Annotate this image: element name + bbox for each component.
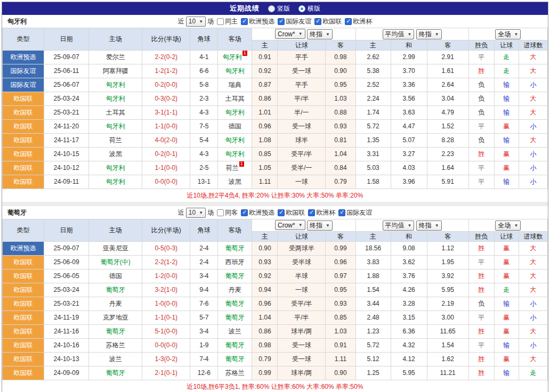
team-link[interactable]: 匈牙利 — [106, 123, 125, 130]
team-link[interactable]: 克罗地亚 — [103, 314, 128, 321]
competition-filter[interactable]: 欧国联 — [314, 17, 342, 26]
team-link[interactable]: 荷兰 — [109, 136, 122, 144]
handicap-result-cell: 输 — [494, 78, 519, 92]
layout-vertical-radio[interactable]: 竖版 — [268, 4, 290, 13]
score-cell[interactable]: 0-5(0-3) — [142, 242, 190, 256]
score-cell[interactable]: 0-2(0-0) — [142, 78, 190, 92]
team-link[interactable]: 丹麦 — [229, 286, 241, 293]
handicap-result-cell: 输 — [494, 92, 519, 106]
team-link[interactable]: 葡萄牙 — [225, 300, 245, 307]
layout-horizontal-label: 横版 — [308, 4, 320, 13]
team-link[interactable]: 土耳其 — [225, 95, 245, 102]
average-select[interactable]: 平均值▼ — [383, 220, 415, 231]
match-count-select[interactable]: 10▼ — [186, 17, 206, 27]
competition-filter[interactable]: 欧洲杯 — [345, 17, 372, 26]
score-cell[interactable]: 1-2(0-0) — [142, 270, 190, 283]
result-cell: 胜 — [468, 148, 494, 161]
handicap-result-cell: 输 — [494, 106, 519, 120]
team-link[interactable]: 波黑 — [229, 178, 241, 185]
team-link[interactable]: 匈牙利 — [225, 67, 245, 75]
team-link[interactable]: 葡萄牙 — [225, 244, 245, 252]
competition-filter[interactable]: 国际友谊 — [338, 208, 372, 217]
competition-filter-label: 欧洲预选 — [249, 208, 274, 217]
team-link[interactable]: 德国 — [109, 272, 122, 280]
team-link[interactable]: 爱尔兰 — [106, 53, 125, 61]
match-count-select[interactable]: 10▼ — [186, 208, 206, 218]
score-cell[interactable]: 1-3(0-2) — [142, 353, 190, 366]
team-link[interactable]: 葡萄牙 — [225, 355, 245, 363]
match-row: 欧国联 25-03-21 土耳其 3-1(1-1) 4-3 匈牙利 1.01 半… — [3, 106, 548, 120]
score-cell[interactable]: 2-2(0-2) — [142, 51, 190, 64]
score-cell[interactable]: 4-0(2-0) — [142, 134, 190, 148]
odds-selects-cell: Crow*▼ 终指▼ — [252, 219, 355, 232]
match-date: 25-09-07 — [44, 242, 89, 256]
competition-filter[interactable]: 欧国联 — [278, 208, 305, 217]
team-link[interactable]: 匈牙利 — [106, 178, 125, 185]
score-cell[interactable]: 1-1(0-1) — [142, 311, 190, 325]
odds-time-select[interactable]: 终指▼ — [307, 220, 333, 231]
bookmaker-select[interactable]: Crow*▼ — [275, 220, 305, 230]
layout-horizontal-radio[interactable]: 横版 — [298, 4, 320, 13]
score-cell[interactable]: 2-2(1-2) — [142, 256, 190, 270]
competition-filter[interactable]: 欧洲预选 — [241, 17, 274, 26]
team-link[interactable]: 葡萄牙 — [106, 328, 125, 335]
score-cell[interactable]: 1-0(0-0) — [142, 297, 190, 311]
competition-filter[interactable]: 欧洲预选 — [241, 208, 274, 217]
score-cell[interactable]: 0-0(0-0) — [142, 339, 190, 353]
average-time-select[interactable]: 终指▼ — [416, 220, 442, 231]
score-cell[interactable]: 0-3(0-2) — [142, 92, 190, 106]
competition-cell: 欧国联 — [3, 339, 44, 353]
competition-cell: 欧国联 — [3, 92, 44, 106]
score-cell[interactable]: 1-1(0-0) — [142, 120, 190, 134]
team-link[interactable]: 匈牙利 — [223, 53, 242, 61]
avg-away: 11.65 — [427, 325, 468, 339]
team-link[interactable]: 亚美尼亚 — [103, 244, 128, 252]
team-link[interactable]: 匈牙利 — [106, 95, 125, 102]
match-date: 24-11-20 — [44, 120, 89, 134]
scope-select[interactable]: 全场▼ — [495, 220, 521, 231]
average-time-select[interactable]: 终指▼ — [416, 29, 442, 39]
odds-time-select[interactable]: 终指▼ — [307, 29, 333, 39]
bookmaker-select[interactable]: Crow*▼ — [275, 29, 305, 39]
handicap-result-cell: 输 — [494, 366, 519, 380]
score-cell[interactable]: 3-2(1-0) — [142, 283, 190, 297]
team-link[interactable]: 波黑 — [109, 150, 122, 158]
team-link[interactable]: 葡萄牙 — [106, 369, 125, 377]
team-link[interactable]: 波兰 — [229, 328, 241, 335]
team-link[interactable]: 匈牙利 — [225, 109, 245, 116]
team-link[interactable]: 匈牙利 — [225, 150, 245, 158]
team-link[interactable]: 葡萄牙 — [106, 286, 125, 293]
average-select[interactable]: 平均值▼ — [383, 29, 415, 39]
team-link[interactable]: 匈牙利 — [225, 136, 245, 144]
team-link[interactable]: 匈牙利 — [106, 81, 125, 88]
team-link[interactable]: 瑞典 — [229, 81, 241, 88]
score-cell[interactable]: 1-1(0-0) — [142, 161, 190, 175]
team-link[interactable]: 德国 — [229, 123, 241, 130]
competition-filter[interactable]: 国际友谊 — [278, 17, 311, 26]
same-side-filter[interactable]: 同客 — [217, 208, 238, 217]
team-link[interactable]: 丹麦 — [109, 300, 122, 307]
team-link[interactable]: 葡萄牙 — [225, 341, 245, 349]
team-link[interactable]: 波兰 — [109, 355, 122, 363]
team-link[interactable]: 荷兰 — [226, 164, 239, 172]
team-link[interactable]: 苏格兰 — [106, 341, 125, 349]
team-link[interactable]: 土耳其 — [106, 109, 125, 116]
odds-away: 0.90 — [326, 366, 355, 380]
team-link[interactable]: 葡萄牙 — [225, 314, 245, 321]
score-cell[interactable]: 2-1(0-1) — [142, 366, 190, 380]
team-link[interactable]: 葡萄牙 — [225, 272, 245, 280]
team-link[interactable]: 苏格兰 — [225, 369, 245, 377]
team-link[interactable]: 匈牙利 — [106, 164, 125, 172]
same-side-filter[interactable]: 同主 — [217, 17, 238, 26]
scope-select[interactable]: 全场▼ — [495, 29, 521, 39]
competition-filter[interactable]: 欧洲杯 — [308, 208, 335, 217]
recent-results-panel: 近期战绩 竖版 横版 匈牙利 近 10▼ 场 同主 欧洲预选国际友谊欧国联欧洲杯 — [2, 2, 548, 392]
score-cell[interactable]: 0-0(0-0) — [142, 175, 190, 189]
score-cell[interactable]: 1-2(1-2) — [142, 64, 190, 78]
team-link[interactable]: 西班牙 — [225, 258, 245, 266]
team-link[interactable]: 阿塞拜疆 — [103, 67, 128, 75]
score-cell[interactable]: 3-1(1-1) — [142, 106, 190, 120]
team-link[interactable]: 葡萄牙(中) — [101, 258, 131, 266]
score-cell[interactable]: 5-1(0-0) — [142, 325, 190, 339]
score-cell[interactable]: 0-2(0-1) — [142, 148, 190, 161]
